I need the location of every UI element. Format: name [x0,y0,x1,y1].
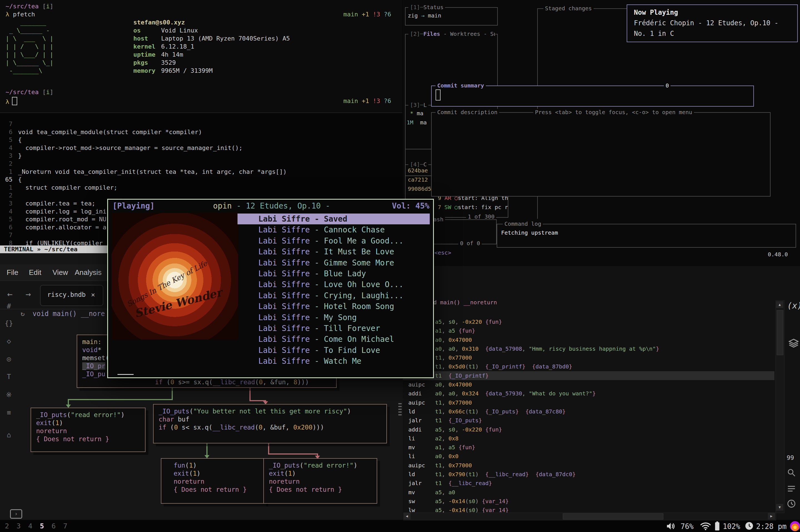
symbols-icon[interactable]: # [3,302,15,310]
branch-status: zig → main [408,12,441,19]
edge-true-1b [68,399,173,400]
git-tui-window[interactable]: Staged changes [1]─Status zig → main [2]… [403,0,800,266]
edge-false-1 [249,387,250,401]
album-art: Songs In The Key of Life Stevie Wonder [111,213,238,340]
terminal-mode-bar: TERMINAL » ~/src/tea [0,245,110,253]
nav-forward-icon[interactable]: → [25,289,31,299]
fastfetch-info: osVoid LinuxhostLaptop 13 (AMD Ryzen 704… [133,26,290,75]
git-status-right-prompt-1: main +1 !3 ?6 [343,10,391,18]
edge-false-2b [268,453,318,455]
player-volume: Vol: 45% [392,201,429,210]
esc-hint: <esc> [434,249,451,256]
bn-breadcrumb: ↻ void main() __nore [21,310,105,318]
scroll-down-icon[interactable]: ▼ [776,504,783,511]
memory-icon[interactable]: ◎ [3,355,15,363]
pane-divider [0,112,402,113]
volume-percent: 76% [681,522,694,531]
fastfetch-user-host: stefan@s00.xyz [133,18,185,26]
nav-back-icon[interactable]: ← [7,289,13,299]
terminal-command: λ pfetch [5,10,35,18]
music-player-window[interactable]: [Playing] opin - 12 Etudes, Op.10 - Vol:… [107,199,434,378]
battery-percent: 102% [723,522,740,531]
menu-lines-icon[interactable] [787,484,796,496]
disassembly-lines[interactable]: a5, s0, -0x220 {fun} a1, a5 {fun} a0, 0x… [408,317,775,515]
graph-block-read-error-left[interactable]: _IO_puts("read error!")exit(1)noreturn{ … [31,407,146,452]
distro-badge-icon[interactable] [790,521,800,531]
commit-description-title: Commit description [435,109,499,115]
graph-block-read-error-right[interactable]: _IO_puts("read error!")exit(1)noreturn{ … [263,458,377,504]
menu-view[interactable]: View [53,268,68,277]
edge-false-2 [268,443,269,455]
terminal-prompt-1: ~/src/tea [i] [5,2,53,10]
graph-block-riscy[interactable]: _IO_puts("You better not let this get mo… [153,404,387,443]
command-log-content: Fetching upstream [501,229,558,236]
text-cursor [435,90,441,100]
focus-toggle-hint: Press <tab> to toggle focus, <c-o> to op… [533,109,694,115]
progress-indicator[interactable] [117,374,134,375]
scroll-up-icon[interactable]: ▲ [776,301,783,308]
edge-true-1 [172,387,173,400]
status-panel-title: [1]─Status [408,4,445,11]
gitui-version: 0.48.0 [768,251,788,258]
terminal-window[interactable]: ~/src/tea [i] λ pfetch main +1 !3 ?6 ___… [0,0,402,112]
commits-count: 1 of 300 [466,213,496,220]
strings-icon[interactable]: T [3,373,15,381]
menu-analysis[interactable]: Analysis [75,268,102,277]
disassembly-pane[interactable]: void main() __noreturn a5, s0, -0x220 {f… [403,265,800,520]
desktop: ~/src/tea [i] λ pfetch main +1 !3 ?6 ___… [0,0,800,532]
hscroll-thumb[interactable] [563,513,663,519]
graph-block-fun-exit[interactable]: fun(1)exit(1)noreturn{ Does not return } [161,458,265,504]
commits-panel-title: [4]─C [408,161,428,168]
tab-label: riscy.bndb [47,291,86,298]
player-track-title: opin - 12 Etudes, Op.10 - [213,201,330,210]
tab-close-icon[interactable]: ✕ [91,291,95,298]
history-icon[interactable] [787,499,796,511]
search-icon[interactable] [787,468,796,480]
now-playing-notification[interactable]: Now Playing Frédéric Chopin - 12 Etudes,… [627,4,798,42]
terminal-prompt-lambda[interactable]: λ [5,97,17,106]
notifications-badge[interactable]: 99 [787,453,794,462]
console-toggle-icon[interactable]: › [10,509,22,519]
volume-icon[interactable] [666,522,676,531]
fastfetch-logo: _______ _ \______ -| \ ___ \ || | / \ | … [5,18,53,75]
notification-line2: No. 1 in C [634,28,674,39]
scroll-right-icon[interactable]: ▶ [768,513,775,519]
scroll-left-icon[interactable]: ◀ [403,513,411,519]
function-signature: void main() __noreturn [423,298,497,307]
log-panel-title: [3]─L [408,102,428,108]
types-icon[interactable]: {} [3,319,15,327]
commit-summary-count: 0 [664,82,671,89]
notification-title: Now Playing [634,7,678,18]
terminal-cursor [12,97,17,105]
clock-icon [745,522,754,531]
stack-icon[interactable]: ⌂ [3,431,15,439]
wifi-icon[interactable] [700,522,711,531]
menu-file[interactable]: File [7,268,18,277]
notification-line1: Frédéric Chopin - 12 Etudes, Op.10 - [634,18,778,28]
layers-icon[interactable] [788,338,799,351]
xrefs-icon[interactable]: ※ [3,391,15,399]
player-state: [Playing] [112,201,155,210]
command-log-title: Command log [503,221,543,227]
commit-description-input[interactable] [431,112,770,196]
tab-riscy-bndb[interactable]: riscy.bndb ✕ [40,285,103,306]
vscroll-thumb[interactable] [777,310,783,355]
playlist[interactable]: Labi Siffre - SavedLabi Siffre - Cannock… [238,213,430,369]
menu-edit[interactable]: Edit [29,268,41,277]
edge-true-2 [206,443,207,456]
function-variables-icon[interactable]: (x) [787,301,800,310]
clock-time: 2:28 pm [756,522,787,531]
git-status-right-prompt-2: main +1 !3 ?6 [343,97,391,105]
log-rows[interactable]: * ma1M ma [407,110,427,128]
minigraph-icon[interactable]: ≡ [3,408,15,417]
pane-resize-handle[interactable] [398,403,402,415]
commit-summary-title: Commit summary [435,82,486,89]
tags-icon[interactable]: ◇ [3,337,15,345]
workspace-switcher[interactable]: 234567 [1,522,71,530]
staged-changes-title: Staged changes [543,5,594,12]
files-panel-title: [2]─Files - Worktrees - Subm [408,31,495,37]
stash-count: 0 of 0 [458,240,482,247]
terminal-prompt-2: ~/src/tea [i] [5,88,53,96]
edge-true-1c [68,399,69,405]
battery-icon[interactable] [714,521,720,532]
